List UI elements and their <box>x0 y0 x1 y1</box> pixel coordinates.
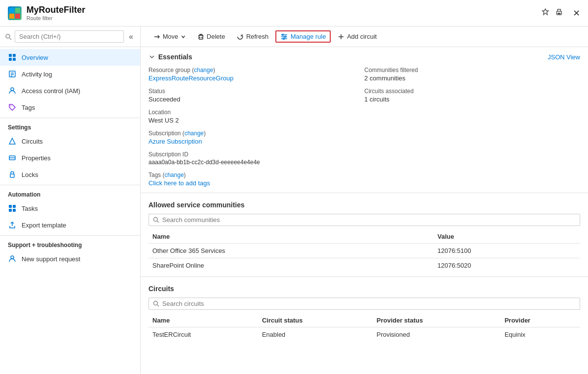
svg-line-43 <box>157 221 159 223</box>
svg-rect-24 <box>10 174 14 177</box>
svg-rect-0 <box>9 8 14 13</box>
top-bar: MyRouteFilter Route filter ✕ <box>0 0 588 26</box>
table-row: SharePoint Online12076:5020 <box>148 258 580 273</box>
sidebar-item-circuits-label: Circuits <box>22 138 43 145</box>
app-title-area: MyRouteFilter Route filter <box>26 5 537 21</box>
sidebar-item-access-control-label: Access control (IAM) <box>22 87 80 95</box>
sidebar-item-tags[interactable]: Tags <box>0 99 140 116</box>
community-value: 12076:5020 <box>434 258 580 273</box>
sidebar-item-overview-label: Overview <box>22 54 48 61</box>
access-control-icon <box>8 86 17 95</box>
essentials-subscription: Subscription (change) Azure Subscription <box>148 130 365 145</box>
properties-icon <box>8 153 17 162</box>
json-view-link[interactable]: JSON View <box>548 53 580 61</box>
tags-change-link[interactable]: change <box>165 172 184 178</box>
svg-rect-5 <box>558 13 561 14</box>
circuit-name: TestERCircuit <box>148 327 258 342</box>
essentials-header: Essentials JSON View <box>148 53 580 61</box>
sidebar-item-new-support[interactable]: New support request <box>0 250 140 267</box>
search-communities-bar[interactable] <box>148 214 580 226</box>
svg-point-6 <box>6 34 10 38</box>
settings-section-label: Settings <box>0 118 140 133</box>
circuit-status: Enabled <box>258 327 373 342</box>
circuits-search-input[interactable] <box>162 300 576 307</box>
print-icon[interactable] <box>555 8 563 18</box>
subscription-value-link[interactable]: Azure Subscription <box>148 138 365 145</box>
svg-rect-26 <box>13 205 16 208</box>
sidebar-item-tasks[interactable]: Tasks <box>0 200 140 217</box>
sidebar-nav: Overview Activity log <box>0 47 140 269</box>
svg-point-17 <box>10 105 11 106</box>
refresh-icon <box>237 33 244 40</box>
collapse-button[interactable]: « <box>127 32 135 41</box>
svg-rect-25 <box>9 205 12 208</box>
community-name: Other Office 365 Services <box>148 244 434 258</box>
search-circuits-bar[interactable] <box>148 298 580 310</box>
sidebar-item-activity-log[interactable]: Activity log <box>0 66 140 82</box>
svg-rect-3 <box>15 14 20 19</box>
essentials-tags: Tags (change) Click here to add tags <box>148 172 365 187</box>
circuits-col-name: Name <box>148 314 258 327</box>
svg-point-29 <box>11 256 14 259</box>
app-subtitle: Route filter <box>26 15 537 21</box>
sidebar-item-overview[interactable]: Overview <box>0 49 140 66</box>
essentials-communities-filtered: Communities filtered 2 communities <box>365 67 581 82</box>
move-button[interactable]: Move <box>148 30 191 43</box>
table-row: Other Office 365 Services12076:5100 <box>148 244 580 258</box>
add-circuit-button[interactable]: Add circuit <box>333 30 382 43</box>
delete-icon <box>197 33 204 40</box>
svg-rect-10 <box>9 58 12 61</box>
circuits-search-icon <box>153 300 159 307</box>
search-icon <box>5 33 12 40</box>
essentials-resource-group: Resource group (change) ExpressRouteReso… <box>148 67 365 82</box>
essentials-status: Status Succeeded <box>148 88 365 103</box>
pin-icon[interactable] <box>541 8 549 18</box>
sidebar-item-locks[interactable]: Locks <box>0 166 140 183</box>
sidebar-item-properties[interactable]: Properties <box>0 150 140 166</box>
refresh-button[interactable]: Refresh <box>232 30 273 43</box>
svg-rect-2 <box>9 14 14 19</box>
svg-point-37 <box>282 34 283 35</box>
circuits-col-provider-status: Provider status <box>373 314 501 327</box>
sidebar-item-properties-label: Properties <box>22 154 50 162</box>
resource-group-change-link[interactable]: change <box>194 67 213 74</box>
search-input[interactable] <box>15 30 124 43</box>
svg-line-45 <box>157 305 159 306</box>
svg-rect-27 <box>9 209 12 212</box>
delete-button[interactable]: Delete <box>193 30 230 43</box>
svg-rect-11 <box>13 58 16 61</box>
svg-point-42 <box>154 218 158 222</box>
manage-rule-button[interactable]: Manage rule <box>275 30 331 43</box>
sidebar-item-activity-log-label: Activity log <box>22 71 52 78</box>
subscription-change-link[interactable]: change <box>184 130 203 137</box>
essentials-left-col: Resource group (change) ExpressRouteReso… <box>148 67 365 187</box>
search-bar: « <box>0 26 140 47</box>
essentials-grid: Resource group (change) ExpressRouteReso… <box>148 67 580 187</box>
community-value: 12076:5100 <box>434 244 580 258</box>
activity-log-icon <box>8 70 17 78</box>
circuits-title: Circuits <box>148 285 580 293</box>
resource-group-value-link[interactable]: ExpressRouteResourceGroup <box>148 75 365 82</box>
circuits-table: Name Circuit status Provider status Prov… <box>148 314 580 342</box>
svg-rect-9 <box>13 54 16 57</box>
essentials-circuits-associated: Circuits associated 1 circuits <box>365 88 581 103</box>
sidebar-item-export-template[interactable]: Export template <box>0 217 140 233</box>
circuits-section: Circuits Name Circuit status Provider st… <box>141 277 588 346</box>
tags-value-link[interactable]: Click here to add tags <box>148 179 365 187</box>
sidebar-item-locks-label: Locks <box>22 171 38 178</box>
sidebar: « Overview <box>0 26 141 374</box>
export-template-icon <box>8 221 17 229</box>
sidebar-item-circuits[interactable]: Circuits <box>0 133 140 150</box>
main-layout: « Overview <box>0 26 588 374</box>
sidebar-item-access-control[interactable]: Access control (IAM) <box>0 82 140 99</box>
table-row: TestERCircuitEnabledProvisionedEquinix <box>148 327 580 342</box>
close-button[interactable]: ✕ <box>573 8 580 19</box>
community-name: SharePoint Online <box>148 258 434 273</box>
communities-col-value: Value <box>434 230 580 244</box>
content-area: Move Delete <box>141 26 588 374</box>
communities-col-name: Name <box>148 230 434 244</box>
svg-point-44 <box>154 301 158 305</box>
communities-title: Allowed service communities <box>148 201 580 209</box>
essentials-collapse-icon[interactable] <box>148 53 155 60</box>
communities-search-input[interactable] <box>162 216 576 224</box>
